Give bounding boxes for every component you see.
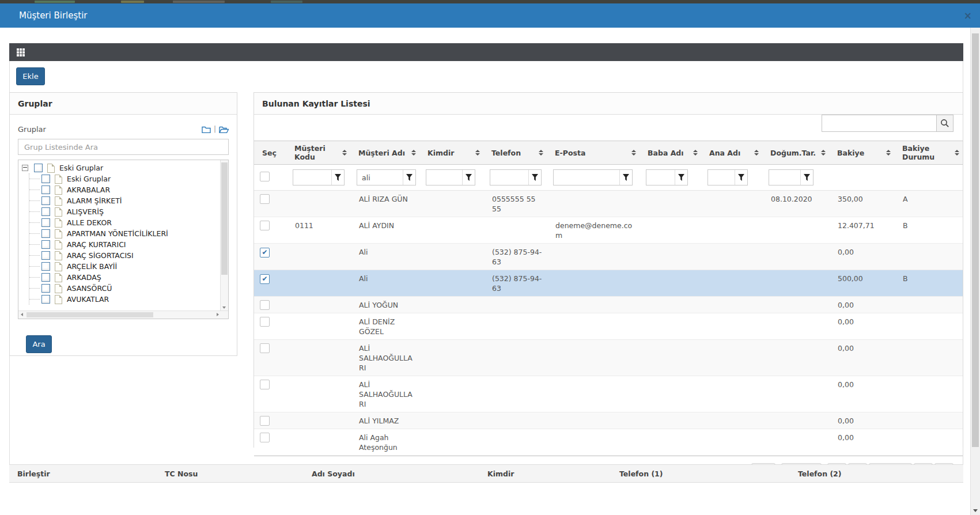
tree-item-checkbox[interactable] bbox=[41, 196, 50, 205]
tree-item-checkbox[interactable] bbox=[41, 218, 50, 227]
sort-icon[interactable] bbox=[821, 150, 826, 156]
row-checkbox[interactable] bbox=[260, 274, 270, 284]
close-icon[interactable]: × bbox=[964, 11, 972, 21]
tree-vscroll-thumb[interactable] bbox=[221, 162, 228, 275]
filter-funnel-button[interactable] bbox=[735, 170, 747, 185]
tree-item[interactable]: ARAÇ KURTARICI bbox=[29, 239, 220, 250]
collapse-expander-icon[interactable] bbox=[22, 165, 28, 171]
folder-closed-icon[interactable] bbox=[202, 126, 211, 133]
tree-item-checkbox[interactable] bbox=[41, 284, 50, 293]
sort-icon[interactable] bbox=[342, 150, 347, 156]
column-header-kimdir[interactable]: Kimdir bbox=[419, 141, 483, 164]
filter-input-ana-adi[interactable] bbox=[708, 173, 735, 182]
row-checkbox[interactable] bbox=[260, 221, 270, 230]
tree-item[interactable]: APARTMAN YÖNETİCİLİKLERİ bbox=[29, 228, 220, 239]
row-checkbox[interactable] bbox=[260, 380, 270, 389]
tree-item[interactable]: ARÇELİK BAYİİ bbox=[29, 261, 220, 272]
scroll-down-icon[interactable] bbox=[222, 306, 226, 309]
column-header-bakiye-durumu[interactable]: Bakiye Durumu bbox=[894, 141, 963, 164]
tree-item[interactable]: ARAÇ SİGORTACISI bbox=[29, 250, 220, 261]
row-checkbox[interactable] bbox=[260, 317, 270, 327]
filter-input-e-posta[interactable] bbox=[554, 173, 619, 182]
column-header-e-posta[interactable]: E-Posta bbox=[547, 141, 640, 164]
add-button[interactable]: Ekle bbox=[16, 67, 45, 85]
tree-root-item[interactable]: Eski Gruplar bbox=[22, 162, 220, 173]
table-row[interactable]: Ali Agah Ateşonğun0,00 bbox=[254, 429, 963, 456]
tree-item[interactable]: AKRABALAR bbox=[29, 184, 220, 195]
page-scrollbar-thumb[interactable] bbox=[972, 33, 979, 447]
tree-item-checkbox[interactable] bbox=[41, 273, 50, 282]
table-row[interactable]: 0111ALİ AYDINdeneme@deneme.com12.407,71B bbox=[254, 217, 963, 244]
select-all-checkbox[interactable] bbox=[260, 172, 270, 181]
row-checkbox[interactable] bbox=[260, 433, 270, 442]
sort-icon[interactable] bbox=[475, 150, 480, 156]
search-groups-button[interactable]: Ara bbox=[26, 335, 52, 353]
filter-funnel-button[interactable] bbox=[675, 170, 687, 185]
search-button[interactable] bbox=[937, 115, 953, 132]
table-row[interactable]: ALİ SALHAOĞULLARI0,00 bbox=[254, 340, 963, 376]
tree-item[interactable]: ALLE DEKOR bbox=[29, 217, 220, 228]
tree-item-checkbox[interactable] bbox=[41, 251, 50, 260]
filter-input-musteri-adi[interactable] bbox=[357, 173, 403, 182]
tree-hscroll-thumb[interactable] bbox=[27, 312, 153, 317]
filter-funnel-button[interactable] bbox=[619, 170, 632, 185]
filter-input-baba-adi[interactable] bbox=[646, 173, 675, 182]
tree-item[interactable]: Eski Gruplar bbox=[29, 173, 220, 184]
tree-item[interactable]: ALARM ŞİRKETİ bbox=[29, 195, 220, 206]
tree-item[interactable]: AVUKATLAR bbox=[29, 294, 220, 305]
tree-item-checkbox[interactable] bbox=[41, 175, 50, 183]
row-checkbox[interactable] bbox=[260, 300, 270, 310]
filter-input-musteri-kodu[interactable] bbox=[293, 173, 331, 182]
scroll-down-icon[interactable] bbox=[973, 509, 978, 512]
sort-icon[interactable] bbox=[754, 150, 759, 156]
tree-item[interactable]: ASANSÖRCÜ bbox=[29, 283, 220, 294]
records-search-input[interactable] bbox=[822, 115, 937, 132]
row-checkbox[interactable] bbox=[260, 416, 270, 426]
tree-item-checkbox[interactable] bbox=[41, 207, 50, 216]
sort-icon[interactable] bbox=[539, 150, 543, 156]
tree-root-checkbox[interactable] bbox=[34, 164, 43, 172]
table-row[interactable]: ALİ YILMAZ0,00 bbox=[254, 412, 963, 429]
filter-input-kimdir[interactable] bbox=[426, 173, 462, 182]
filter-input-telefon[interactable] bbox=[490, 173, 528, 182]
tree-item-checkbox[interactable] bbox=[41, 240, 50, 249]
filter-funnel-button[interactable] bbox=[528, 170, 541, 185]
scroll-right-icon[interactable] bbox=[217, 313, 219, 316]
table-row[interactable]: ALİ YOĞUN0,00 bbox=[254, 297, 963, 313]
sort-icon[interactable] bbox=[955, 150, 959, 156]
folder-open-icon[interactable] bbox=[219, 126, 229, 133]
column-header-dogum-tar[interactable]: Doğum.Tar. bbox=[762, 141, 829, 164]
column-header-telefon[interactable]: Telefon bbox=[483, 141, 547, 164]
column-header-bakiye[interactable]: Bakiye bbox=[829, 141, 894, 164]
tree-item-checkbox[interactable] bbox=[41, 229, 50, 238]
tree-vertical-scrollbar[interactable] bbox=[220, 160, 228, 310]
tree-item[interactable]: ARKADAŞ bbox=[29, 272, 220, 283]
page-scrollbar[interactable] bbox=[970, 28, 980, 515]
column-header-ana-adi[interactable]: Ana Adı bbox=[701, 141, 762, 164]
column-header-musteri-kodu[interactable]: Müşteri Kodu bbox=[286, 141, 350, 164]
tree-item-checkbox[interactable] bbox=[41, 185, 50, 194]
tree-item-checkbox[interactable] bbox=[41, 262, 50, 271]
sort-icon[interactable] bbox=[411, 150, 416, 156]
row-checkbox[interactable] bbox=[260, 194, 270, 204]
table-row[interactable]: Ali(532) 875-94-63500,00B bbox=[254, 270, 963, 297]
filter-funnel-button[interactable] bbox=[800, 170, 813, 185]
table-row[interactable]: ALİ RIZA GÜN0555555 55 5508.10.2020350,0… bbox=[254, 191, 963, 217]
group-search-input[interactable] bbox=[18, 139, 229, 155]
sort-icon[interactable] bbox=[886, 150, 891, 156]
row-checkbox[interactable] bbox=[260, 343, 270, 353]
sort-icon[interactable] bbox=[693, 150, 698, 156]
filter-funnel-button[interactable] bbox=[462, 170, 475, 185]
table-row[interactable]: Ali(532) 875-94-630,00 bbox=[254, 244, 963, 270]
tree-item[interactable]: ALIŞVERİŞ bbox=[29, 206, 220, 217]
column-header-baba-adi[interactable]: Baba Adı bbox=[640, 141, 701, 164]
grid-icon[interactable] bbox=[17, 48, 25, 56]
filter-funnel-button[interactable] bbox=[403, 170, 415, 185]
sort-icon[interactable] bbox=[631, 150, 636, 156]
table-row[interactable]: ALİ DENİZ GÖZEL0,00 bbox=[254, 313, 963, 340]
filter-input-dogum-tar[interactable] bbox=[769, 173, 800, 182]
column-header-musteri-adi[interactable]: Müşteri Adı bbox=[350, 141, 419, 164]
tree-item-checkbox[interactable] bbox=[41, 295, 50, 304]
filter-funnel-button[interactable] bbox=[331, 170, 344, 185]
row-checkbox[interactable] bbox=[260, 248, 270, 258]
